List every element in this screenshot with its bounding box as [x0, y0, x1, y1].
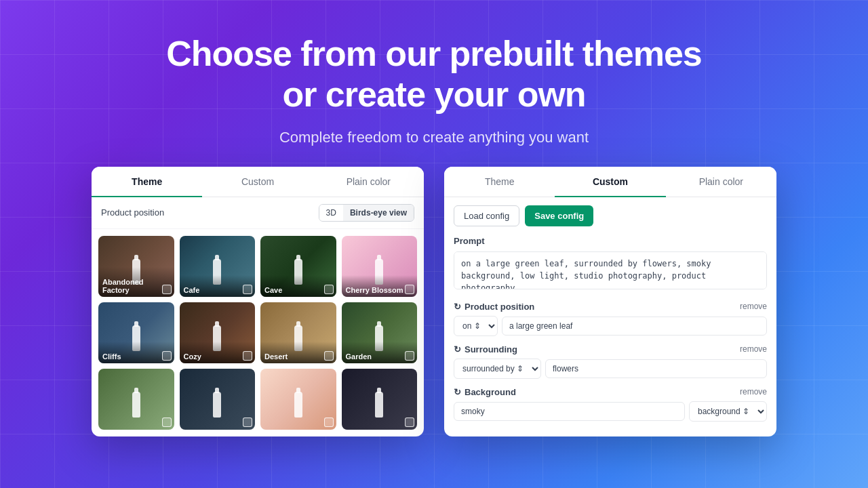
product-position-label: Product position: [101, 207, 164, 218]
product-position-header: ↻ Product position remove: [454, 302, 767, 312]
view-toggle: 3D Birds-eye view: [319, 204, 414, 222]
tab-custom-right[interactable]: Custom: [555, 167, 665, 197]
theme-item[interactable]: [342, 369, 418, 430]
tab-custom-left[interactable]: Custom: [202, 167, 313, 197]
theme-item[interactable]: Cherry Blossom: [342, 236, 418, 297]
background-header: ↻ Background remove: [454, 387, 767, 397]
surrounding-remove[interactable]: remove: [740, 344, 767, 354]
theme-grid: Abandoned Factory Cafe Cave: [92, 229, 424, 436]
background-title: ↻ Background: [454, 387, 516, 397]
bottle-row3c: [294, 392, 302, 418]
tab-theme-right[interactable]: Theme: [444, 167, 555, 197]
refresh-icon-product: ↻: [454, 302, 461, 312]
theme-item[interactable]: Cliffs: [98, 302, 174, 363]
custom-toolbar: Load config Save config: [454, 205, 767, 226]
theme-check-cherry[interactable]: [405, 285, 414, 294]
surrounding-select[interactable]: surrounded by ⇕: [454, 359, 541, 379]
product-position-row: on ⇕: [454, 316, 767, 336]
theme-item[interactable]: Abandoned Factory: [98, 236, 174, 297]
product-position-title: ↻ Product position: [454, 302, 534, 312]
theme-check-row3c[interactable]: [324, 418, 334, 427]
surrounding-title: ↻ Surrounding: [454, 344, 517, 354]
product-position-section: ↻ Product position remove on ⇕: [454, 302, 767, 336]
background-row: background ⇕: [454, 401, 767, 422]
background-type-select[interactable]: background ⇕: [689, 401, 767, 422]
bottle-row3d: [375, 392, 383, 418]
load-config-button[interactable]: Load config: [454, 205, 519, 226]
hero-subtitle: Complete freedom to create anything you …: [0, 129, 868, 146]
theme-check-desert[interactable]: [324, 351, 334, 361]
surrounding-row: surrounded by ⇕: [454, 359, 767, 379]
tab-plain-right[interactable]: Plain color: [666, 167, 776, 197]
hero-section: Choose from our prebuilt themes or creat…: [0, 0, 868, 167]
theme-check-abandoned[interactable]: [162, 285, 172, 294]
prompt-label: Prompt: [454, 236, 767, 246]
hero-title: Choose from our prebuilt themes or creat…: [0, 34, 868, 115]
theme-item[interactable]: [180, 369, 256, 430]
refresh-icon-surrounding: ↻: [454, 344, 461, 354]
refresh-icon-background: ↻: [454, 387, 461, 397]
bottle-row3b: [213, 392, 221, 418]
panels-container: Theme Custom Plain color Product positio…: [0, 167, 868, 436]
prompt-textarea[interactable]: on a large green leaf, surrounded by flo…: [454, 251, 767, 289]
theme-panel-tabs: Theme Custom Plain color: [92, 167, 424, 197]
product-position-input[interactable]: [502, 317, 767, 336]
save-config-button[interactable]: Save config: [525, 205, 593, 226]
surrounding-input[interactable]: [545, 359, 767, 378]
theme-check-cozy[interactable]: [243, 351, 252, 361]
view-birds-eye-button[interactable]: Birds-eye view: [343, 205, 414, 221]
theme-check-cliffs[interactable]: [162, 351, 172, 361]
theme-check-row3a[interactable]: [162, 418, 172, 427]
theme-item[interactable]: [98, 369, 174, 430]
custom-panel-content: Load config Save config Prompt on a larg…: [444, 197, 776, 428]
theme-check-cafe[interactable]: [243, 285, 252, 294]
theme-item[interactable]: [260, 369, 336, 430]
custom-panel-tabs: Theme Custom Plain color: [444, 167, 776, 197]
theme-item[interactable]: Cave: [260, 236, 336, 297]
theme-item[interactable]: Desert: [260, 302, 336, 363]
theme-check-row3d[interactable]: [405, 418, 414, 427]
view-3d-button[interactable]: 3D: [319, 205, 343, 221]
surrounding-header: ↻ Surrounding remove: [454, 344, 767, 354]
theme-panel: Theme Custom Plain color Product positio…: [92, 167, 424, 436]
theme-item[interactable]: Cozy: [180, 302, 256, 363]
theme-item[interactable]: Garden: [342, 302, 418, 363]
background-section: ↻ Background remove background ⇕: [454, 387, 767, 422]
product-position-remove[interactable]: remove: [740, 302, 767, 311]
surrounding-section: ↻ Surrounding remove surrounded by ⇕: [454, 344, 767, 379]
custom-panel: Theme Custom Plain color Load config Sav…: [444, 167, 776, 436]
theme-check-row3b[interactable]: [243, 418, 252, 427]
theme-check-cave[interactable]: [324, 285, 334, 294]
bottle-row3a: [132, 392, 140, 418]
theme-toolbar: Product position 3D Birds-eye view: [92, 197, 424, 229]
theme-check-garden[interactable]: [405, 351, 414, 361]
background-input[interactable]: [454, 402, 685, 421]
tab-plain-left[interactable]: Plain color: [313, 167, 424, 197]
product-position-select[interactable]: on ⇕: [454, 316, 498, 336]
theme-item[interactable]: Cafe: [180, 236, 256, 297]
tab-theme-left[interactable]: Theme: [92, 167, 202, 197]
background-remove[interactable]: remove: [740, 387, 767, 396]
